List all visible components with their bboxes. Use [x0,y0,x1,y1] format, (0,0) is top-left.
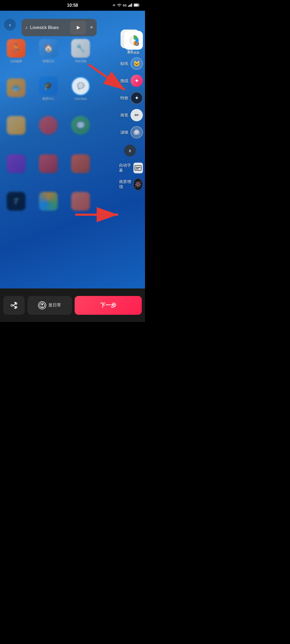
app-icon-color [39,192,58,211]
battery-icon [134,3,140,8]
tool-filter[interactable]: 滤镜 [117,124,145,141]
app-icon-health: 🏃 [7,39,26,58]
bottom-bar: 发日常 下一步 [0,288,145,322]
app-icon-msg: 💬 [71,116,90,135]
effect-icon-symbol: ✦ [135,95,139,101]
app-color [32,182,64,220]
app-orange2 [64,182,97,220]
share-button[interactable] [3,296,25,315]
app-manager: 🔧 手机管家 [64,32,97,70]
tool-effect-icon[interactable]: ✦ [130,92,143,104]
svg-line-23 [136,182,137,183]
app-red [32,107,64,145]
tool-challenge-label: 挑战 [120,78,128,83]
tool-challenge-icon[interactable]: ✦ [130,75,143,87]
app-icon-manager: 🔧 [71,39,90,58]
app-tiktok: 𝓣 [0,182,32,220]
tool-challenge[interactable]: 挑战 ✦ [117,72,145,89]
app-fish: 🐟 [0,70,32,107]
app-icon-edu: 🎓 [39,76,58,95]
back-button[interactable]: ‹ [4,19,16,31]
app-edu: 🎓 教育中心 [32,70,64,107]
tool-enhance-label: 画质增强 [119,179,131,189]
tool-effect[interactable]: 特效 ✦ [117,89,145,107]
app-smart: 🏠 智慧生活 [32,32,64,70]
app-icon-game1 [7,116,26,135]
app-label-manager: 手机管家 [75,59,86,63]
app-icon-tiktok: 𝓣 [7,192,26,211]
app-label-linknow: Link Now [74,97,86,100]
app-redapp [32,145,64,182]
5g-icon: 5G [123,4,127,7]
music-notification-bar[interactable]: ♪ Lovesick Blues × [21,19,97,36]
tool-brush-icon[interactable]: ✏ [130,109,143,121]
app-msg: 💬 [64,107,97,145]
tencent-app-icon [124,31,143,50]
app-icon-orange2 [71,192,90,211]
svg-line-24 [139,186,140,186]
next-button[interactable]: 下一步 [75,296,142,315]
status-icons: 👁 5G [113,3,140,8]
app-icon-redapp [39,154,58,173]
tool-filter-label: 滤镜 [120,130,128,135]
music-note-icon: ♪ [25,25,27,30]
app-game1 [0,107,32,145]
app-icon-red [39,116,58,135]
tool-caption-icon[interactable] [133,163,143,173]
tool-caption-label: 自动字幕 [119,163,131,173]
daily-button[interactable]: 发日常 [27,296,72,315]
eye-icon: 👁 [113,3,116,7]
sticker-emoji: 🐱 [133,60,140,67]
app-linknow: 💬 Link Now [64,70,97,107]
brush-icon-symbol: ✏ [135,112,139,118]
daily-button-label: 发日常 [48,302,61,308]
next-button-label: 下一步 [100,302,116,309]
app-grid: 🏃 运动健康 🏠 智慧生活 🔧 手机管家 🐟 🎓 教育中心 💬 Link Now [0,32,97,220]
svg-rect-2 [130,4,131,7]
tencent-app-label: 腾讯视频 [128,51,139,55]
status-time: 10:58 [67,3,78,8]
svg-rect-0 [128,6,129,7]
music-close-button[interactable]: × [90,25,93,30]
tool-caption[interactable]: 自动字幕 [117,160,145,176]
music-play-button[interactable] [70,21,86,34]
tool-sticker[interactable]: 贴纸 🐱 [117,55,145,72]
app-label-smart: 智慧生活 [42,59,54,63]
tool-sticker-label: 贴纸 [120,61,128,66]
tool-filter-icon[interactable] [130,126,143,138]
app-icon-blurpurp [7,154,26,173]
app-icon-smart: 🏠 [39,39,58,58]
tencent-app[interactable]: 腾讯视频 [124,31,143,55]
svg-point-14 [135,130,139,133]
tool-sticker-icon[interactable]: 🐱 [130,57,143,70]
main-area: ‹ ♪ Lovesick Blues × 🏃 运动健康 🏠 智慧生活 🔧 手机管… [0,11,145,299]
signal-icon [128,3,132,8]
svg-rect-1 [129,5,130,7]
app-icon-linknow: 💬 [71,77,90,96]
svg-rect-3 [131,3,132,7]
tool-brush[interactable]: 画笔 ✏ [117,107,145,124]
tool-effect-label: 特效 [120,96,128,101]
scroll-up-button[interactable]: ∧ [124,145,136,156]
svg-point-35 [41,304,43,305]
svg-rect-15 [135,166,141,170]
challenge-icon-symbol: ✦ [135,78,139,84]
app-icon-fish: 🐟 [7,78,26,97]
svg-marker-7 [77,26,80,30]
tool-enhance[interactable]: 画质增强 [117,176,145,193]
tool-brush-label: 画笔 [120,113,128,118]
svg-point-31 [11,304,13,306]
app-health: 🏃 运动健康 [0,32,32,70]
app-blurpurp [0,145,32,182]
app-label-health: 运动健康 [10,59,22,63]
tool-enhance-icon[interactable] [133,178,143,191]
svg-rect-5 [139,4,139,6]
status-bar: 10:58 👁 5G [0,0,145,11]
music-title: Lovesick Blues [30,25,67,30]
wifi-icon [117,3,121,8]
svg-rect-16 [136,167,140,168]
daily-circle-icon [38,301,46,309]
app-orange [64,145,97,182]
app-label-edu: 教育中心 [42,97,54,101]
svg-rect-17 [136,169,139,169]
